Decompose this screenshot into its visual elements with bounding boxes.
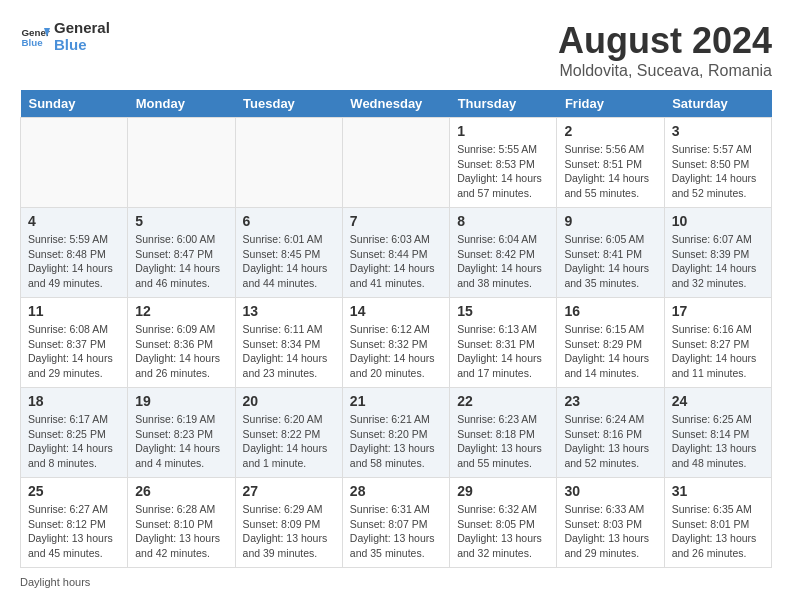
day-info: Sunrise: 6:32 AM Sunset: 8:05 PM Dayligh… — [457, 502, 549, 561]
day-number: 23 — [564, 393, 656, 409]
day-info: Sunrise: 6:01 AM Sunset: 8:45 PM Dayligh… — [243, 232, 335, 291]
day-number: 15 — [457, 303, 549, 319]
table-row: 14Sunrise: 6:12 AM Sunset: 8:32 PM Dayli… — [342, 298, 449, 388]
logo-blue-text: Blue — [54, 37, 110, 54]
logo-general-text: General — [54, 20, 110, 37]
day-number: 21 — [350, 393, 442, 409]
table-row — [342, 118, 449, 208]
title-area: August 2024 Moldovita, Suceava, Romania — [558, 20, 772, 80]
day-number: 25 — [28, 483, 120, 499]
day-number: 19 — [135, 393, 227, 409]
day-number: 29 — [457, 483, 549, 499]
day-number: 24 — [672, 393, 764, 409]
calendar-row: 11Sunrise: 6:08 AM Sunset: 8:37 PM Dayli… — [21, 298, 772, 388]
logo: General Blue General Blue — [20, 20, 110, 53]
day-info: Sunrise: 6:17 AM Sunset: 8:25 PM Dayligh… — [28, 412, 120, 471]
day-info: Sunrise: 6:13 AM Sunset: 8:31 PM Dayligh… — [457, 322, 549, 381]
day-number: 1 — [457, 123, 549, 139]
table-row: 17Sunrise: 6:16 AM Sunset: 8:27 PM Dayli… — [664, 298, 771, 388]
col-wednesday: Wednesday — [342, 90, 449, 118]
table-row: 20Sunrise: 6:20 AM Sunset: 8:22 PM Dayli… — [235, 388, 342, 478]
day-number: 9 — [564, 213, 656, 229]
day-info: Sunrise: 6:31 AM Sunset: 8:07 PM Dayligh… — [350, 502, 442, 561]
day-number: 11 — [28, 303, 120, 319]
col-saturday: Saturday — [664, 90, 771, 118]
table-row — [128, 118, 235, 208]
day-info: Sunrise: 6:12 AM Sunset: 8:32 PM Dayligh… — [350, 322, 442, 381]
day-number: 31 — [672, 483, 764, 499]
table-row: 9Sunrise: 6:05 AM Sunset: 8:41 PM Daylig… — [557, 208, 664, 298]
day-info: Sunrise: 6:16 AM Sunset: 8:27 PM Dayligh… — [672, 322, 764, 381]
col-tuesday: Tuesday — [235, 90, 342, 118]
day-info: Sunrise: 6:03 AM Sunset: 8:44 PM Dayligh… — [350, 232, 442, 291]
day-info: Sunrise: 6:20 AM Sunset: 8:22 PM Dayligh… — [243, 412, 335, 471]
col-sunday: Sunday — [21, 90, 128, 118]
day-info: Sunrise: 6:23 AM Sunset: 8:18 PM Dayligh… — [457, 412, 549, 471]
day-number: 7 — [350, 213, 442, 229]
table-row: 24Sunrise: 6:25 AM Sunset: 8:14 PM Dayli… — [664, 388, 771, 478]
day-number: 22 — [457, 393, 549, 409]
day-info: Sunrise: 5:57 AM Sunset: 8:50 PM Dayligh… — [672, 142, 764, 201]
table-row: 12Sunrise: 6:09 AM Sunset: 8:36 PM Dayli… — [128, 298, 235, 388]
table-row: 28Sunrise: 6:31 AM Sunset: 8:07 PM Dayli… — [342, 478, 449, 568]
day-info: Sunrise: 6:29 AM Sunset: 8:09 PM Dayligh… — [243, 502, 335, 561]
table-row: 21Sunrise: 6:21 AM Sunset: 8:20 PM Dayli… — [342, 388, 449, 478]
day-number: 16 — [564, 303, 656, 319]
day-info: Sunrise: 6:21 AM Sunset: 8:20 PM Dayligh… — [350, 412, 442, 471]
footer-note: Daylight hours — [20, 576, 772, 588]
calendar-table: Sunday Monday Tuesday Wednesday Thursday… — [20, 90, 772, 568]
table-row: 4Sunrise: 5:59 AM Sunset: 8:48 PM Daylig… — [21, 208, 128, 298]
table-row: 26Sunrise: 6:28 AM Sunset: 8:10 PM Dayli… — [128, 478, 235, 568]
day-number: 17 — [672, 303, 764, 319]
table-row: 25Sunrise: 6:27 AM Sunset: 8:12 PM Dayli… — [21, 478, 128, 568]
day-info: Sunrise: 5:59 AM Sunset: 8:48 PM Dayligh… — [28, 232, 120, 291]
calendar-row: 25Sunrise: 6:27 AM Sunset: 8:12 PM Dayli… — [21, 478, 772, 568]
day-number: 20 — [243, 393, 335, 409]
calendar-row: 4Sunrise: 5:59 AM Sunset: 8:48 PM Daylig… — [21, 208, 772, 298]
day-number: 4 — [28, 213, 120, 229]
day-info: Sunrise: 6:24 AM Sunset: 8:16 PM Dayligh… — [564, 412, 656, 471]
table-row — [235, 118, 342, 208]
day-info: Sunrise: 6:28 AM Sunset: 8:10 PM Dayligh… — [135, 502, 227, 561]
table-row: 29Sunrise: 6:32 AM Sunset: 8:05 PM Dayli… — [450, 478, 557, 568]
col-thursday: Thursday — [450, 90, 557, 118]
day-number: 30 — [564, 483, 656, 499]
day-info: Sunrise: 6:05 AM Sunset: 8:41 PM Dayligh… — [564, 232, 656, 291]
table-row: 23Sunrise: 6:24 AM Sunset: 8:16 PM Dayli… — [557, 388, 664, 478]
day-number: 8 — [457, 213, 549, 229]
day-info: Sunrise: 5:55 AM Sunset: 8:53 PM Dayligh… — [457, 142, 549, 201]
table-row: 15Sunrise: 6:13 AM Sunset: 8:31 PM Dayli… — [450, 298, 557, 388]
day-number: 12 — [135, 303, 227, 319]
col-monday: Monday — [128, 90, 235, 118]
table-row: 13Sunrise: 6:11 AM Sunset: 8:34 PM Dayli… — [235, 298, 342, 388]
calendar-header-row: Sunday Monday Tuesday Wednesday Thursday… — [21, 90, 772, 118]
day-info: Sunrise: 6:33 AM Sunset: 8:03 PM Dayligh… — [564, 502, 656, 561]
day-info: Sunrise: 6:07 AM Sunset: 8:39 PM Dayligh… — [672, 232, 764, 291]
day-info: Sunrise: 6:35 AM Sunset: 8:01 PM Dayligh… — [672, 502, 764, 561]
table-row: 18Sunrise: 6:17 AM Sunset: 8:25 PM Dayli… — [21, 388, 128, 478]
table-row: 3Sunrise: 5:57 AM Sunset: 8:50 PM Daylig… — [664, 118, 771, 208]
day-number: 5 — [135, 213, 227, 229]
day-number: 10 — [672, 213, 764, 229]
table-row: 19Sunrise: 6:19 AM Sunset: 8:23 PM Dayli… — [128, 388, 235, 478]
day-info: Sunrise: 6:11 AM Sunset: 8:34 PM Dayligh… — [243, 322, 335, 381]
day-number: 28 — [350, 483, 442, 499]
table-row — [21, 118, 128, 208]
table-row: 16Sunrise: 6:15 AM Sunset: 8:29 PM Dayli… — [557, 298, 664, 388]
day-info: Sunrise: 6:27 AM Sunset: 8:12 PM Dayligh… — [28, 502, 120, 561]
day-info: Sunrise: 6:09 AM Sunset: 8:36 PM Dayligh… — [135, 322, 227, 381]
day-info: Sunrise: 6:19 AM Sunset: 8:23 PM Dayligh… — [135, 412, 227, 471]
table-row: 10Sunrise: 6:07 AM Sunset: 8:39 PM Dayli… — [664, 208, 771, 298]
calendar-row: 1Sunrise: 5:55 AM Sunset: 8:53 PM Daylig… — [21, 118, 772, 208]
table-row: 11Sunrise: 6:08 AM Sunset: 8:37 PM Dayli… — [21, 298, 128, 388]
day-number: 26 — [135, 483, 227, 499]
day-info: Sunrise: 6:15 AM Sunset: 8:29 PM Dayligh… — [564, 322, 656, 381]
day-info: Sunrise: 6:08 AM Sunset: 8:37 PM Dayligh… — [28, 322, 120, 381]
day-info: Sunrise: 6:00 AM Sunset: 8:47 PM Dayligh… — [135, 232, 227, 291]
page-header: General Blue General Blue August 2024 Mo… — [20, 20, 772, 80]
day-number: 18 — [28, 393, 120, 409]
day-number: 13 — [243, 303, 335, 319]
day-info: Sunrise: 6:04 AM Sunset: 8:42 PM Dayligh… — [457, 232, 549, 291]
table-row: 2Sunrise: 5:56 AM Sunset: 8:51 PM Daylig… — [557, 118, 664, 208]
table-row: 6Sunrise: 6:01 AM Sunset: 8:45 PM Daylig… — [235, 208, 342, 298]
